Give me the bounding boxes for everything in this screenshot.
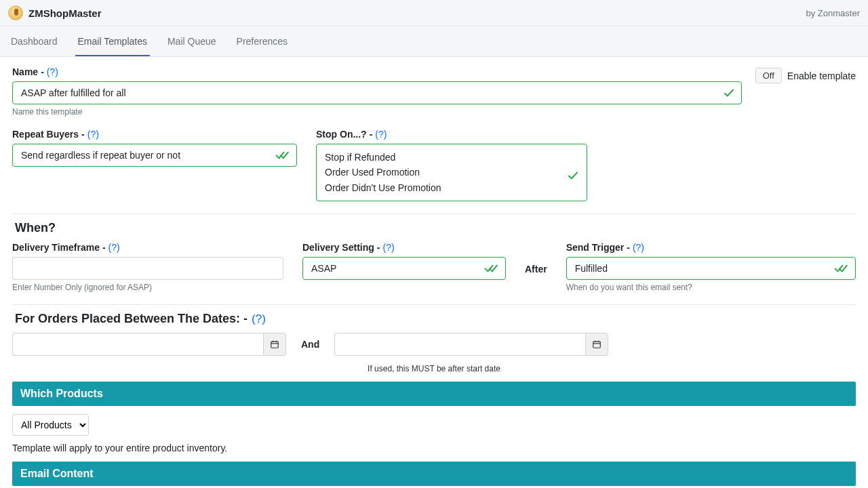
delivery-setting-label: Delivery Setting - (?) [302, 242, 506, 253]
stop-on-help[interactable]: (?) [375, 129, 387, 140]
date-note: If used, this MUST be after start date [12, 364, 856, 373]
app-logo-icon [8, 5, 23, 20]
delivery-timeframe-label: Delivery Timeframe - (?) [12, 242, 283, 253]
double-check-icon [834, 262, 849, 274]
svg-rect-0 [271, 342, 279, 348]
double-check-icon [484, 262, 499, 274]
send-trigger-select[interactable]: Fulfilled [566, 257, 856, 280]
delivery-setting-select[interactable]: ASAP [302, 257, 506, 280]
repeat-buyers-select[interactable]: Send regardless if repeat buyer or not [12, 144, 297, 167]
tab-preferences[interactable]: Preferences [234, 26, 290, 56]
nav-tabs: Dashboard Email Templates Mail Queue Pre… [0, 26, 868, 57]
which-products-bar: Which Products [12, 382, 856, 406]
dates-help[interactable]: (?) [252, 312, 266, 326]
delivery-timeframe-input[interactable] [12, 257, 283, 280]
stop-on-label: Stop On...? - (?) [316, 129, 587, 140]
send-trigger-label: Send Trigger - (?) [566, 242, 856, 253]
tab-email-templates[interactable]: Email Templates [75, 26, 150, 56]
calendar-icon [270, 340, 279, 349]
email-content-bar: Email Content [12, 462, 856, 486]
start-date-picker-button[interactable] [263, 333, 286, 356]
check-icon [567, 169, 579, 182]
double-check-icon [275, 149, 290, 161]
product-scope-note: Template will apply to your entire produ… [12, 443, 856, 453]
app-header: ZMShopMaster by Zonmaster [0, 0, 868, 26]
dates-heading: For Orders Placed Between The Dates: - (… [15, 312, 856, 326]
tab-dashboard[interactable]: Dashboard [8, 26, 60, 56]
and-label: And [301, 339, 319, 350]
repeat-buyers-label: Repeat Buyers - (?) [12, 129, 297, 140]
start-date-group [12, 333, 286, 356]
enable-template-label: Enable template [787, 70, 856, 81]
tab-mail-queue[interactable]: Mail Queue [165, 26, 219, 56]
name-help[interactable]: (?) [47, 66, 58, 77]
name-label: Name - (?) [12, 66, 742, 77]
end-date-picker-button[interactable] [585, 333, 608, 356]
delivery-timeframe-help[interactable]: (?) [108, 242, 120, 253]
byline: by Zonmaster [806, 8, 860, 18]
svg-rect-4 [593, 342, 601, 348]
product-scope-select[interactable]: All Products [12, 414, 89, 436]
when-heading: When? [15, 221, 856, 235]
end-date-group [334, 333, 608, 356]
name-hint: Name this template [12, 107, 742, 117]
stop-on-multiselect[interactable]: Stop if Refunded Order Used Promotion Or… [316, 144, 587, 201]
delivery-timeframe-hint: Enter Number Only (ignored for ASAP) [12, 283, 283, 292]
after-label: After [525, 242, 547, 274]
calendar-icon [592, 340, 601, 349]
start-date-input[interactable] [12, 333, 263, 356]
end-date-input[interactable] [334, 333, 585, 356]
repeat-buyers-help[interactable]: (?) [87, 129, 99, 140]
check-icon [723, 87, 735, 99]
brand: ZMShopMaster [8, 5, 102, 20]
enable-template-toggle: Off Enable template [755, 66, 856, 83]
send-trigger-help[interactable]: (?) [633, 242, 644, 253]
toggle-off-button[interactable]: Off [755, 68, 782, 83]
app-title: ZMShopMaster [28, 7, 102, 19]
name-input[interactable] [12, 81, 742, 104]
send-trigger-hint: When do you want this email sent? [566, 283, 856, 292]
delivery-setting-help[interactable]: (?) [383, 242, 395, 253]
